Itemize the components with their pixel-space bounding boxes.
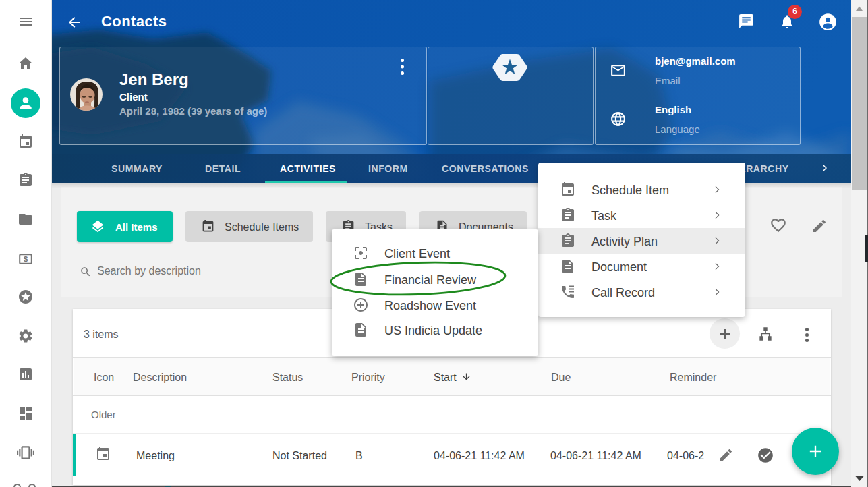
svg-text:$: $ <box>24 255 28 263</box>
